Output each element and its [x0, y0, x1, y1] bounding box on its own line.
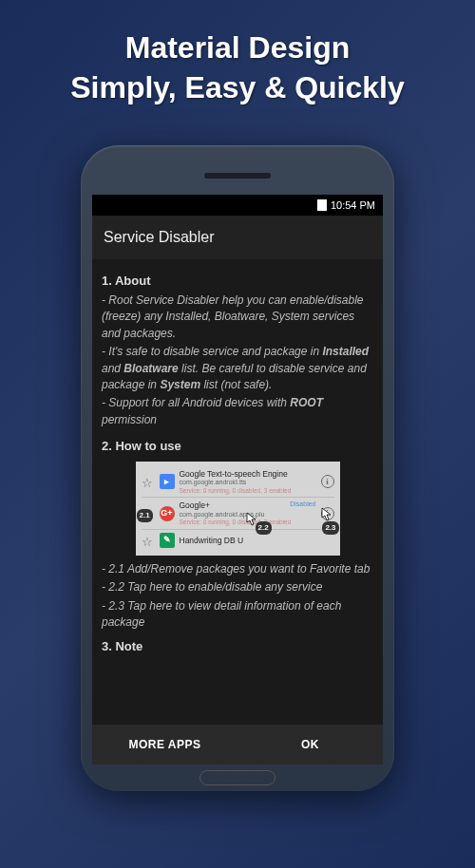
gplus-app-icon: G+ — [160, 506, 175, 521]
promo-title: Material Design Simply, Easy & Quickly — [70, 28, 405, 107]
about-p1: - Root Service Disabler help you can ena… — [102, 292, 373, 342]
content-area[interactable]: 1. About - Root Service Disabler help yo… — [92, 259, 383, 725]
promo-line2: Simply, Easy & Quickly — [70, 68, 405, 108]
howto-row-3: ☆ ✎ Handwriting DB U — [142, 530, 334, 551]
app-name-1: Google+ — [180, 500, 210, 510]
howto-step2: - 2.2 Tap here to enable/disable any ser… — [102, 579, 373, 595]
tts-app-icon: ▸ — [160, 474, 175, 489]
app-name-0: Google Text-to-speech Engine — [180, 469, 316, 479]
battery-icon — [317, 199, 327, 211]
app-status-1: Service: 0 running, 0 disabled, 3 enable… — [180, 519, 316, 526]
howto-row-1: ☆ ▸ Google Text-to-speech Engine com.goo… — [142, 466, 334, 498]
app-status-0: Service: 0 running, 0 disabled, 3 enable… — [180, 487, 316, 495]
phone-bottom — [92, 764, 383, 791]
disabled-label: Disabled — [290, 500, 315, 510]
status-bar: 10:54 PM — [92, 195, 383, 216]
about-p2: - It's safe to disable service and packa… — [102, 344, 373, 393]
howto-step3: - 2.3 Tap here to view detail informatio… — [102, 598, 373, 632]
app-pkg-1: com.google.android.apps.plu — [180, 511, 316, 519]
ok-button[interactable]: OK — [238, 725, 383, 764]
phone-screen: 10:54 PM Service Disabler 1. About - Roo… — [92, 195, 383, 764]
app-pkg-0: com.google.android.tts — [180, 479, 316, 486]
star-icon: ☆ — [142, 534, 155, 547]
more-apps-button[interactable]: MORE APPS — [92, 725, 238, 764]
info-icon: i — [321, 507, 334, 520]
status-time: 10:54 PM — [331, 199, 375, 211]
section-about-title: 1. About — [102, 273, 373, 291]
howto-illustration: ☆ ▸ Google Text-to-speech Engine com.goo… — [136, 462, 340, 556]
bottom-button-bar: MORE APPS OK — [92, 725, 383, 764]
howto-row-2: ☆ G+ Google+ Disabled com.google.android… — [142, 498, 334, 529]
section-note-title: 3. Note — [102, 638, 373, 656]
phone-speaker-area — [92, 157, 383, 195]
home-button-icon — [200, 770, 276, 785]
howto-step1: - 2.1 Add/Remove packages you want to Fa… — [102, 561, 373, 577]
app-name-2: Handwriting DB U — [180, 536, 334, 545]
speaker-icon — [204, 173, 271, 179]
handwriting-app-icon: ✎ — [160, 533, 175, 548]
info-icon: i — [321, 475, 334, 488]
section-howto-title: 2. How to use — [102, 438, 373, 456]
star-icon: ☆ — [142, 475, 155, 488]
app-bar: Service Disabler — [92, 216, 383, 259]
app-title: Service Disabler — [104, 229, 214, 245]
phone-frame: 10:54 PM Service Disabler 1. About - Roo… — [81, 145, 394, 791]
about-p3: - Support for all Android devices with R… — [102, 395, 373, 428]
badge-21: 2.1 — [137, 509, 153, 522]
promo-line1: Material Design — [70, 28, 405, 68]
